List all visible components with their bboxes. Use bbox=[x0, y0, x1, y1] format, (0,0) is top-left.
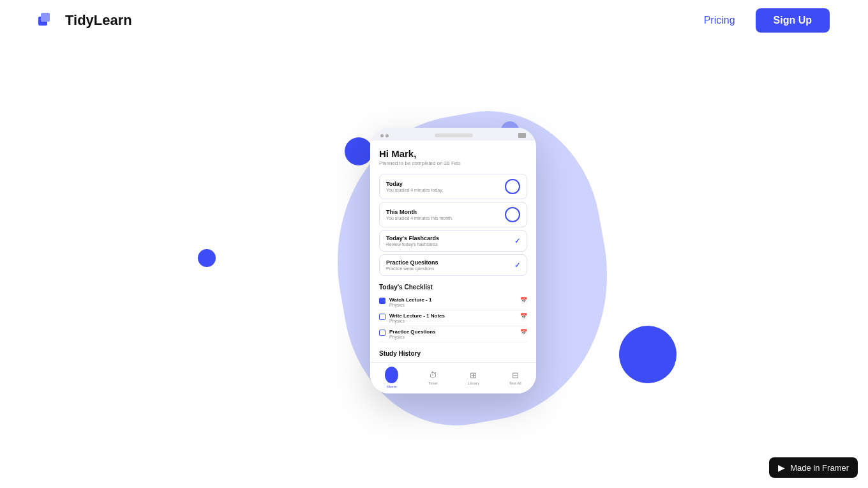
checklist-title: Today's Checklist bbox=[379, 284, 527, 291]
checklist-item-left: Watch Lecture - 1 Physics bbox=[379, 297, 431, 307]
checklist-item: Practice Questions Physics 📅 bbox=[379, 326, 527, 342]
practice-label: Practice Quesitons bbox=[386, 259, 438, 266]
home-icon-bg: ⌂ bbox=[385, 367, 398, 383]
checklist-item-left: Practice Questions Physics bbox=[379, 329, 435, 339]
pricing-link[interactable]: Pricing bbox=[704, 15, 735, 26]
phone-nav-home[interactable]: ⌂ Home bbox=[385, 367, 398, 388]
signup-button[interactable]: Sign Up bbox=[756, 8, 830, 33]
history-title: Study History bbox=[379, 350, 527, 357]
planned-text: Planned to be completed on 26 Feb. bbox=[379, 160, 527, 166]
made-in-framer-text: Made in Framer bbox=[790, 463, 849, 473]
decorative-dot-mid-left bbox=[198, 249, 216, 267]
logo-icon bbox=[38, 10, 59, 31]
signal-icon bbox=[518, 133, 526, 138]
phone-status-bar bbox=[370, 128, 536, 141]
logo: TidyLearn bbox=[38, 10, 132, 31]
flashcards-sub: Review today's flashcards bbox=[386, 242, 439, 247]
framer-icon: ▶ bbox=[778, 462, 785, 473]
month-label: This Month bbox=[386, 209, 453, 215]
calendar-icon: 📅 bbox=[520, 313, 527, 319]
checklist-item-text: Watch Lecture - 1 Physics bbox=[389, 297, 431, 307]
stats-section: Today You studied 4 minutes today. This … bbox=[370, 174, 536, 227]
action-cards-section: Today's Flashcards Review today's flashc… bbox=[370, 230, 536, 276]
nav-right: Pricing Sign Up bbox=[704, 8, 830, 33]
today-stat-info: Today You studied 4 minutes today. bbox=[386, 181, 443, 192]
today-sub: You studied 4 minutes today. bbox=[386, 188, 443, 192]
checklist-item-left: Write Lecture - 1 Notes Physics bbox=[379, 313, 445, 323]
flashcards-check-icon: ✓ bbox=[514, 237, 520, 245]
practice-check-icon: ✓ bbox=[514, 261, 520, 270]
calendar-icon: 📅 bbox=[520, 297, 527, 303]
flashcards-action-card: Today's Flashcards Review today's flashc… bbox=[379, 230, 527, 252]
status-dot bbox=[385, 134, 389, 137]
svg-rect-1 bbox=[41, 13, 50, 22]
testall-label: Test All bbox=[509, 381, 521, 385]
checkbox-unchecked[interactable] bbox=[379, 330, 385, 336]
checkbox-checked[interactable] bbox=[379, 298, 385, 304]
today-label: Today bbox=[386, 181, 443, 187]
practice-sub: Practice weak questions bbox=[386, 266, 438, 271]
today-stat-card: Today You studied 4 minutes today. bbox=[379, 174, 527, 199]
phone-nav-library[interactable]: ⊞ Library bbox=[468, 370, 479, 385]
phone-nav-testall[interactable]: ⊟ Test All bbox=[509, 370, 521, 385]
month-stat-card: This Month You studied 4 minutes this mo… bbox=[379, 202, 527, 227]
checkbox-unchecked[interactable] bbox=[379, 314, 385, 320]
phone-bottom-nav: ⌂ Home ⏱ Timer ⊞ Library ⊟ Test All bbox=[370, 362, 536, 393]
decorative-dot-top-left bbox=[345, 137, 373, 165]
home-icon: ⌂ bbox=[389, 372, 394, 379]
timer-icon: ⏱ bbox=[429, 370, 437, 380]
library-icon: ⊞ bbox=[470, 370, 477, 380]
testall-icon: ⊟ bbox=[512, 370, 519, 380]
phone-content: Hi Mark, Planned to be completed on 26 F… bbox=[370, 141, 536, 393]
checklist-item: Watch Lecture - 1 Physics 📅 bbox=[379, 294, 527, 310]
home-label: Home bbox=[387, 385, 397, 388]
phone-nav-timer[interactable]: ⏱ Timer bbox=[428, 370, 438, 385]
status-icons bbox=[518, 133, 526, 138]
practice-action-card: Practice Quesitons Practice weak questio… bbox=[379, 254, 527, 276]
today-circle-button[interactable] bbox=[505, 179, 520, 194]
month-sub: You studied 4 minutes this month. bbox=[386, 216, 453, 220]
made-in-framer-badge[interactable]: ▶ Made in Framer bbox=[769, 457, 858, 478]
checklist-item-text: Practice Questions Physics bbox=[389, 329, 435, 339]
decorative-dot-bottom-right bbox=[619, 326, 677, 383]
notch bbox=[435, 133, 473, 137]
greeting-text: Hi Mark, bbox=[379, 148, 527, 159]
month-stat-info: This Month You studied 4 minutes this mo… bbox=[386, 209, 453, 220]
history-section: Study History bbox=[370, 345, 536, 362]
navbar: TidyLearn Pricing Sign Up bbox=[0, 0, 868, 41]
timer-label: Timer bbox=[428, 381, 438, 385]
status-dot bbox=[380, 134, 384, 137]
phone-header: Hi Mark, Planned to be completed on 26 F… bbox=[370, 141, 536, 171]
phone-mockup: Hi Mark, Planned to be completed on 26 F… bbox=[370, 128, 536, 393]
logo-text: TidyLearn bbox=[65, 12, 132, 29]
month-circle-button[interactable] bbox=[505, 207, 520, 222]
calendar-icon: 📅 bbox=[520, 329, 527, 335]
status-dots bbox=[380, 134, 389, 137]
practice-info: Practice Quesitons Practice weak questio… bbox=[386, 259, 438, 271]
library-label: Library bbox=[468, 381, 479, 385]
checklist-item-text: Write Lecture - 1 Notes Physics bbox=[389, 313, 445, 323]
phone-frame: Hi Mark, Planned to be completed on 26 F… bbox=[370, 128, 536, 393]
checklist-section: Today's Checklist Watch Lecture - 1 Phys… bbox=[370, 278, 536, 345]
flashcards-label: Today's Flashcards bbox=[386, 235, 439, 241]
checklist-item: Write Lecture - 1 Notes Physics 📅 bbox=[379, 310, 527, 326]
flashcards-info: Today's Flashcards Review today's flashc… bbox=[386, 235, 439, 247]
